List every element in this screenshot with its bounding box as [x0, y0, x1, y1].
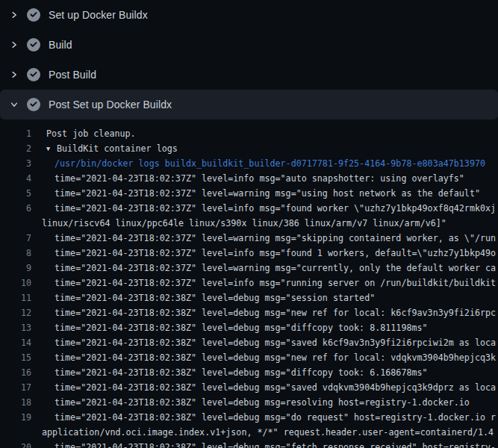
log-line-number[interactable]: 2 [0, 141, 31, 156]
log-line-20: 20time="2021-04-23T18:02:38Z" level=debu… [0, 440, 498, 448]
log-line-number[interactable]: 1 [0, 126, 31, 141]
success-check-icon [27, 8, 40, 22]
log-line-number[interactable]: 15 [0, 350, 31, 365]
log-message-text: time="2021-04-23T18:02:38Z" level=debug … [55, 395, 470, 410]
log-line-9: 9time="2021-04-23T18:02:37Z" level=warni… [0, 261, 498, 276]
log-message-text: time="2021-04-23T18:02:37Z" level=warnin… [55, 186, 480, 201]
step-label: Set up Docker Buildx [49, 9, 148, 21]
step-row-post-set-up-docker-buildx[interactable]: Post Set up Docker Buildx [0, 90, 498, 119]
workflow-step-list: Set up Docker BuildxBuildPost BuildPost … [0, 0, 498, 119]
log-line-number[interactable]: 5 [0, 186, 31, 201]
step-row-post-build[interactable]: Post Build [0, 60, 498, 90]
log-line-4: 4time="2021-04-23T18:02:37Z" level=info … [0, 171, 498, 186]
log-group-caret-icon[interactable]: ▼ [46, 141, 50, 156]
log-line-16: 16time="2021-04-23T18:02:38Z" level=debu… [0, 365, 498, 380]
log-line-14: 14time="2021-04-23T18:02:38Z" level=debu… [0, 335, 498, 350]
log-line-number[interactable]: 19 [0, 410, 31, 425]
log-message-text: Post job cleanup. [46, 126, 136, 141]
log-line-number[interactable]: 13 [0, 320, 31, 335]
log-message-text: time="2021-04-23T18:02:38Z" level=debug … [55, 365, 428, 380]
log-line-19: 19time="2021-04-23T18:02:38Z" level=debu… [0, 410, 498, 425]
step-row-build[interactable]: Build [0, 30, 498, 60]
log-line-number[interactable]: 12 [0, 305, 31, 320]
log-line-number[interactable]: 10 [0, 276, 31, 290]
log-line-10: 10time="2021-04-23T18:02:37Z" level=info… [0, 276, 498, 290]
log-line-17: 17time="2021-04-23T18:02:38Z" level=debu… [0, 380, 498, 395]
log-line-number[interactable]: 8 [0, 246, 31, 261]
log-line-11: 11time="2021-04-23T18:02:38Z" level=debu… [0, 290, 498, 305]
step-log-output: 1Post job cleanup.2▼BuildKit container l… [0, 119, 498, 448]
log-line-number[interactable]: 11 [0, 290, 31, 305]
log-message-text: time="2021-04-23T18:02:37Z" level=info m… [55, 201, 496, 216]
log-message-text: time="2021-04-23T18:02:37Z" level=warnin… [55, 231, 496, 246]
log-line-wrap: application/vnd.oci.image.index.v1+json,… [0, 425, 498, 440]
log-message-text: time="2021-04-23T18:02:38Z" level=debug … [55, 440, 496, 448]
success-check-icon [27, 68, 40, 81]
step-label: Post Build [49, 69, 96, 81]
log-command-text: /usr/bin/docker logs buildx_buildkit_bui… [55, 156, 485, 171]
log-line-number[interactable]: 18 [0, 395, 31, 410]
log-message-text: time="2021-04-23T18:02:38Z" level=debug … [55, 335, 496, 350]
log-message-text: time="2021-04-23T18:02:38Z" level=debug … [55, 290, 375, 305]
step-row-set-up-docker-buildx[interactable]: Set up Docker Buildx [0, 0, 498, 30]
log-line-3: 3/usr/bin/docker logs buildx_buildkit_bu… [0, 156, 498, 171]
chevron-right-icon[interactable] [7, 38, 21, 52]
log-line-number[interactable]: 7 [0, 231, 31, 246]
log-message-text: application/vnd.oci.image.index.v1+json,… [42, 425, 494, 440]
step-label: Build [49, 39, 72, 51]
log-line-5: 5time="2021-04-23T18:02:37Z" level=warni… [0, 186, 498, 201]
log-message-text: time="2021-04-23T18:02:37Z" level=info m… [55, 246, 496, 261]
log-line-number[interactable]: 4 [0, 171, 31, 186]
log-line-number[interactable]: 14 [0, 335, 31, 350]
log-line-number[interactable]: 20 [0, 440, 31, 448]
log-line-7: 7time="2021-04-23T18:02:37Z" level=warni… [0, 231, 498, 246]
log-line-number[interactable]: 6 [0, 201, 31, 216]
log-message-text: time="2021-04-23T18:02:37Z" level=info m… [55, 276, 496, 290]
success-check-icon [27, 38, 40, 52]
log-message-text: time="2021-04-23T18:02:38Z" level=debug … [55, 380, 496, 395]
log-message-text: time="2021-04-23T18:02:38Z" level=debug … [55, 305, 496, 320]
log-message-text: time="2021-04-23T18:02:38Z" level=debug … [55, 410, 496, 425]
log-line-8: 8time="2021-04-23T18:02:37Z" level=info … [0, 246, 498, 261]
log-line-13: 13time="2021-04-23T18:02:38Z" level=debu… [0, 320, 498, 335]
success-check-icon [27, 98, 40, 111]
log-group-title[interactable]: BuildKit container logs [57, 141, 178, 156]
log-line-number[interactable]: 17 [0, 380, 31, 395]
log-line-18: 18time="2021-04-23T18:02:38Z" level=debu… [0, 395, 498, 410]
log-line-number[interactable]: 3 [0, 156, 31, 171]
log-message-text: time="2021-04-23T18:02:37Z" level=info m… [55, 171, 464, 186]
log-line-number[interactable]: 16 [0, 365, 31, 380]
log-line-6: 6time="2021-04-23T18:02:37Z" level=info … [0, 201, 498, 216]
log-line-12: 12time="2021-04-23T18:02:38Z" level=debu… [0, 305, 498, 320]
log-line-1: 1Post job cleanup. [0, 126, 498, 141]
log-message-text: time="2021-04-23T18:02:37Z" level=warnin… [55, 261, 496, 276]
log-line-number[interactable]: 9 [0, 261, 31, 276]
chevron-right-icon[interactable] [7, 8, 21, 22]
log-line-wrap: linux/riscv64 linux/ppc64le linux/s390x … [0, 216, 498, 231]
chevron-right-icon[interactable] [7, 68, 21, 81]
log-message-text: time="2021-04-23T18:02:38Z" level=debug … [55, 350, 496, 365]
log-line-2: 2▼BuildKit container logs [0, 141, 498, 156]
step-label: Post Set up Docker Buildx [49, 99, 172, 111]
log-line-15: 15time="2021-04-23T18:02:38Z" level=debu… [0, 350, 498, 365]
log-message-text: time="2021-04-23T18:02:38Z" level=debug … [55, 320, 428, 335]
chevron-down-icon[interactable] [7, 98, 21, 111]
log-message-text: linux/riscv64 linux/ppc64le linux/s390x … [42, 216, 446, 231]
